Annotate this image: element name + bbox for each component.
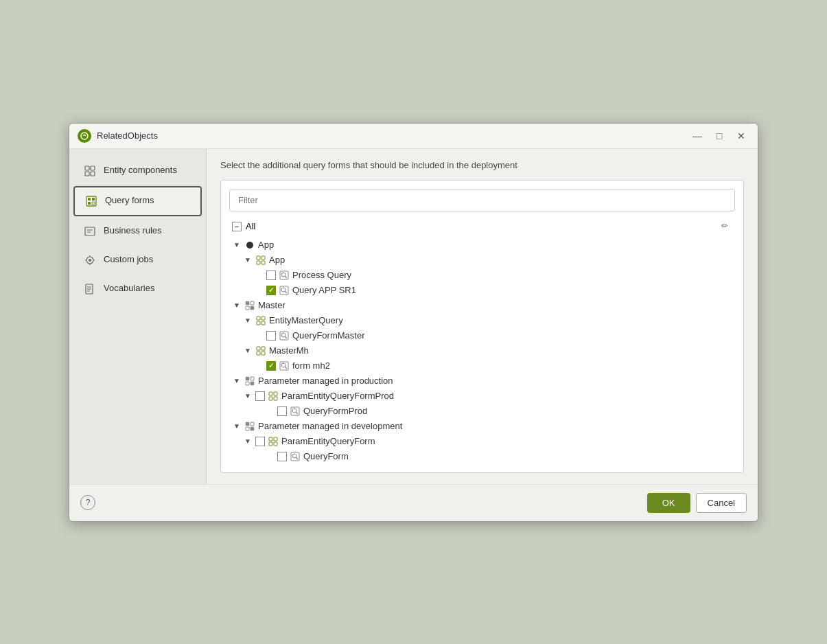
expand-app-entity[interactable]: ▼ — [243, 255, 253, 265]
all-row: All ✏ — [229, 218, 735, 235]
sidebar-item-entity-components[interactable]: Entity components — [73, 157, 202, 185]
svg-point-0 — [81, 133, 88, 139]
svg-line-61 — [296, 412, 298, 414]
svg-rect-62 — [246, 422, 249, 426]
footer: ? OK Cancel — [69, 484, 758, 521]
form-mh2-checkbox[interactable] — [266, 361, 276, 371]
sidebar-item-custom-jobs[interactable]: Custom jobs — [73, 246, 202, 274]
query-form-icon — [290, 451, 301, 462]
param-prod-group-label: Parameter managed in production — [258, 376, 732, 386]
svg-rect-66 — [269, 437, 272, 441]
sidebar-item-business-rules-label: Business rules — [104, 225, 162, 237]
filter-input[interactable] — [229, 189, 735, 211]
param-entity-prod-icon — [268, 391, 279, 402]
param-entity-dev-checkbox[interactable] — [255, 437, 265, 446]
svg-line-29 — [285, 276, 287, 278]
query-form-prod-checkbox[interactable] — [277, 406, 287, 416]
all-checkbox[interactable] — [232, 222, 242, 231]
window-controls: — □ ✕ — [689, 129, 749, 143]
maximize-button[interactable]: □ — [711, 129, 727, 143]
query-form-master-checkbox[interactable] — [266, 331, 276, 341]
footer-buttons: OK Cancel — [647, 493, 747, 513]
svg-rect-7 — [92, 198, 95, 200]
form-mh2-label: form mh2 — [292, 360, 732, 371]
param-entity-prod-label: ParamEntityQueryFormProd — [281, 391, 732, 401]
minimize-button[interactable]: — — [689, 129, 706, 143]
vocabularies-icon — [83, 282, 97, 296]
ok-button[interactable]: OK — [647, 493, 690, 513]
custom-jobs-icon — [83, 253, 97, 267]
param-entity-dev-label: ParamEntityQueryForm — [281, 436, 732, 446]
svg-rect-26 — [261, 261, 265, 264]
form-mh2-icon — [279, 360, 290, 371]
param-entity-dev-icon — [268, 436, 279, 447]
svg-rect-45 — [261, 347, 265, 350]
svg-rect-58 — [274, 397, 277, 400]
expand-master-mh[interactable]: ▼ — [243, 346, 253, 356]
sidebar-item-vocabularies[interactable]: Vocabularies — [73, 275, 202, 303]
entity-master-query-icon — [255, 315, 266, 326]
param-prod-group-icon — [244, 376, 255, 387]
tree-row: ▼ MasterMh — [229, 343, 735, 358]
svg-rect-34 — [251, 301, 254, 305]
main-content: Select the additional query forms that s… — [207, 149, 758, 484]
all-row-left: All — [232, 221, 255, 231]
edit-icon[interactable]: ✏ — [721, 221, 732, 232]
query-form-prod-label: QueryFormProd — [303, 406, 732, 416]
master-group-icon — [244, 300, 255, 311]
param-entity-prod-checkbox[interactable] — [255, 391, 265, 401]
close-button[interactable]: ✕ — [733, 129, 749, 143]
svg-rect-46 — [257, 352, 260, 355]
query-form-label: QueryForm — [303, 451, 732, 461]
expand-app-group[interactable]: ▼ — [232, 240, 242, 250]
sidebar-item-vocabularies-label: Vocabularies — [104, 283, 154, 295]
app-logo — [78, 129, 91, 143]
expand-param-entity-dev[interactable]: ▼ — [243, 437, 253, 446]
process-query-label: Process Query — [292, 270, 732, 280]
expand-param-entity-prod[interactable]: ▼ — [243, 391, 253, 401]
svg-rect-9 — [92, 202, 95, 205]
query-form-checkbox[interactable] — [277, 452, 287, 461]
expand-master-group[interactable]: ▼ — [232, 301, 242, 310]
main-header: Select the additional query forms that s… — [220, 160, 744, 170]
expand-entity-master-query[interactable]: ▼ — [243, 316, 253, 325]
tree-row: ▼ ParamEntityQueryFormProd — [229, 389, 735, 404]
svg-rect-24 — [261, 256, 265, 260]
svg-rect-3 — [85, 172, 89, 176]
titlebar: RelatedObjects — □ ✕ — [69, 124, 758, 149]
query-forms-icon — [84, 194, 98, 208]
svg-line-43 — [285, 336, 287, 338]
svg-rect-65 — [251, 427, 254, 430]
param-dev-group-icon — [244, 421, 255, 432]
help-button[interactable]: ? — [80, 495, 95, 510]
all-label: All — [246, 221, 255, 231]
query-form-master-icon — [279, 330, 290, 341]
tree-row: ▼ App — [229, 238, 735, 253]
process-query-checkbox[interactable] — [266, 271, 276, 280]
svg-rect-10 — [85, 227, 95, 235]
expand-param-dev-group[interactable]: ▼ — [232, 422, 242, 431]
svg-rect-53 — [246, 382, 249, 385]
query-app-sr1-label: Query APP SR1 — [292, 285, 732, 295]
svg-rect-2 — [91, 166, 95, 170]
business-rules-icon — [83, 225, 97, 238]
tree-row: Process Query — [229, 268, 735, 283]
cancel-button[interactable]: Cancel — [696, 493, 747, 513]
svg-line-32 — [285, 291, 287, 293]
master-mh-icon — [255, 345, 266, 356]
tree-row: QueryForm — [229, 449, 735, 464]
svg-rect-33 — [246, 301, 249, 305]
expand-param-prod-group[interactable]: ▼ — [232, 376, 242, 386]
svg-rect-63 — [251, 422, 254, 426]
svg-rect-47 — [261, 352, 265, 355]
svg-rect-23 — [257, 256, 260, 260]
svg-line-50 — [285, 367, 287, 369]
tree-row: ▼ EntityMasterQuery — [229, 313, 735, 328]
app-entity-label: App — [269, 255, 732, 265]
svg-rect-56 — [274, 392, 277, 395]
sidebar-item-query-forms-label: Query forms — [105, 195, 154, 207]
sidebar-item-business-rules[interactable]: Business rules — [73, 218, 202, 245]
window-title: RelatedObjects — [97, 130, 689, 141]
query-app-sr1-checkbox[interactable] — [266, 286, 276, 295]
sidebar-item-query-forms[interactable]: Query forms — [73, 186, 202, 216]
